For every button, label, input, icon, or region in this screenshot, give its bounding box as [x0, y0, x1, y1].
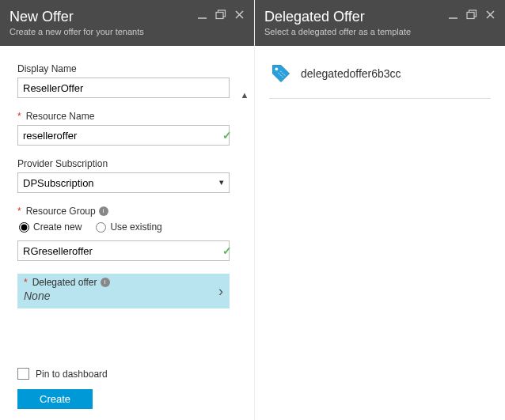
delegated-offer-selector[interactable]: * Delegated offer i None ›: [17, 274, 230, 308]
minimize-icon[interactable]: [448, 9, 458, 20]
panel-header-delegated-offer: Delegated Offer Select a delegated offer…: [255, 0, 505, 46]
panel-body-new-offer: Display Name * Resource Name ✓ Provider …: [0, 46, 254, 420]
minimize-icon[interactable]: [197, 9, 207, 20]
display-name-label: Display Name: [17, 63, 237, 74]
delegated-offer-item[interactable]: delegatedoffer6b3cc: [269, 63, 491, 99]
panel-new-offer: New Offer Create a new offer for your te…: [0, 0, 255, 420]
provider-sub-label: Provider Subscription: [17, 158, 237, 169]
pin-label: Pin to dashboard: [36, 369, 108, 380]
scroll-up-icon[interactable]: ▲: [241, 90, 249, 100]
field-display-name: Display Name: [17, 63, 237, 98]
field-provider-subscription: Provider Subscription ▾: [17, 158, 237, 193]
rg-radio-use-existing[interactable]: Use existing: [96, 221, 161, 233]
restore-icon[interactable]: [215, 9, 226, 20]
resource-group-input[interactable]: [17, 240, 230, 261]
chevron-right-icon: ›: [218, 283, 223, 300]
restore-icon[interactable]: [466, 9, 477, 20]
panel-header-new-offer: New Offer Create a new offer for your te…: [0, 0, 254, 46]
panel-controls-delegated: [448, 8, 496, 20]
provider-sub-select[interactable]: [17, 172, 230, 193]
rg-create-label: Create new: [33, 221, 82, 233]
rg-radio-create-new[interactable]: Create new: [19, 221, 82, 233]
close-icon[interactable]: [234, 9, 245, 20]
resource-name-input[interactable]: [17, 125, 230, 146]
rg-radio-create-input[interactable]: [19, 222, 29, 233]
resource-group-label: * Resource Group i: [17, 206, 237, 217]
field-resource-group: * Resource Group i Create new Use existi…: [17, 206, 237, 261]
required-marker: *: [24, 277, 28, 288]
info-icon[interactable]: i: [101, 278, 110, 287]
required-marker: *: [17, 111, 21, 122]
required-marker: *: [17, 206, 21, 217]
svg-rect-7: [467, 13, 474, 19]
delegated-offer-subtitle: Select a delegated offer as a template: [264, 27, 411, 36]
tag-icon: [271, 63, 291, 84]
resource-name-label-text: Resource Name: [26, 111, 95, 122]
svg-point-10: [275, 67, 278, 70]
delegated-offer-value: None: [24, 289, 110, 302]
delegated-offer-item-label: delegatedoffer6b3cc: [301, 67, 401, 80]
field-resource-name: * Resource Name ✓: [17, 111, 237, 146]
delegated-offer-title: Delegated Offer: [264, 8, 411, 25]
rg-radio-use-input[interactable]: [96, 222, 106, 233]
delegated-offer-label: Delegated offer: [32, 277, 97, 288]
pin-to-dashboard-row[interactable]: Pin to dashboard: [17, 368, 237, 380]
resource-name-label: * Resource Name: [17, 111, 237, 122]
panel-controls-new-offer: [197, 8, 245, 20]
vertical-scrollbar[interactable]: ▲ ▼: [238, 90, 251, 375]
new-offer-subtitle: Create a new offer for your tenants: [9, 27, 144, 36]
resource-group-radio-row: Create new Use existing: [19, 221, 237, 233]
pin-checkbox[interactable]: [17, 368, 29, 380]
panel-delegated-offer: Delegated Offer Select a delegated offer…: [255, 0, 505, 420]
resource-group-label-text: Resource Group: [26, 206, 96, 217]
display-name-input[interactable]: [17, 78, 230, 98]
svg-rect-2: [216, 13, 223, 19]
rg-use-label: Use existing: [110, 221, 161, 233]
new-offer-footer: Pin to dashboard Create: [0, 360, 254, 420]
create-button[interactable]: Create: [17, 389, 93, 409]
close-icon[interactable]: [485, 9, 496, 20]
delegated-offer-body: delegatedoffer6b3cc: [255, 46, 505, 116]
new-offer-form: Display Name * Resource Name ✓ Provider …: [0, 46, 254, 335]
info-icon[interactable]: i: [99, 206, 108, 216]
new-offer-title: New Offer: [9, 8, 144, 25]
